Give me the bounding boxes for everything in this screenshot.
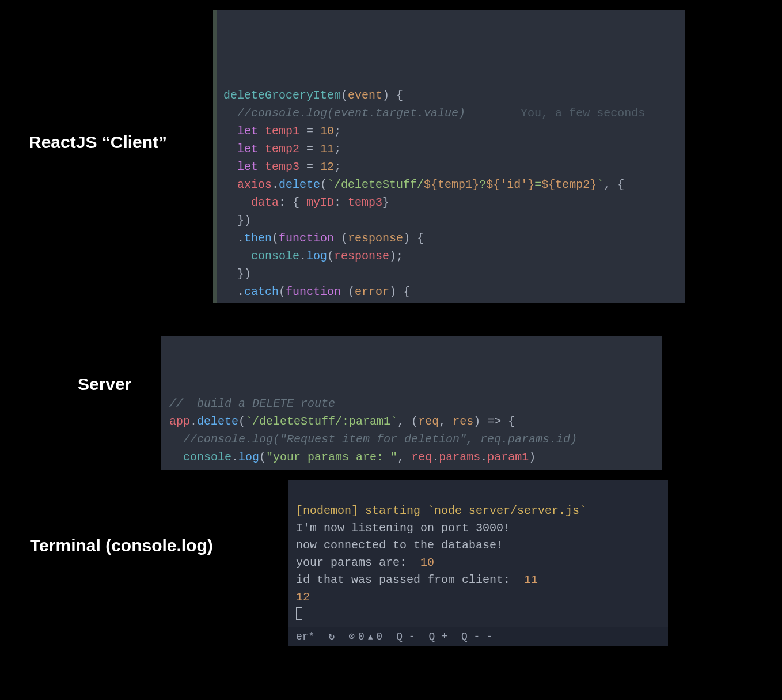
sync-button[interactable] bbox=[328, 629, 335, 645]
terminal-pane[interactable]: [nodemon] starting `node server/server.j… bbox=[288, 480, 668, 646]
branch-indicator[interactable]: er* bbox=[296, 629, 314, 645]
client-code: deleteGroceryItem(event) { //console.log… bbox=[213, 64, 685, 303]
status-q1[interactable]: Q - bbox=[396, 629, 415, 645]
git-gutter bbox=[213, 10, 217, 303]
terminal-line: now connected to the database! bbox=[296, 539, 503, 552]
nodemon-line: [nodemon] starting `node server/server.j… bbox=[296, 504, 586, 517]
terminal-line: id that was passed from client: 11 bbox=[296, 573, 538, 587]
warning-icon bbox=[368, 629, 373, 645]
terminal-cursor bbox=[296, 607, 302, 620]
server-code: // build a DELETE route app.delete(`/del… bbox=[161, 372, 662, 470]
sync-icon bbox=[328, 629, 335, 645]
terminal-line: your params are: 10 bbox=[296, 556, 434, 569]
server-code-pane[interactable]: // build a DELETE route app.delete(`/del… bbox=[161, 336, 662, 470]
status-q2[interactable]: Q + bbox=[429, 629, 447, 645]
problems-indicator[interactable]: 0 0 bbox=[348, 629, 382, 645]
terminal-line: 12 bbox=[296, 591, 310, 604]
status-bar: er* 0 0 Q - Q + Q - - bbox=[288, 627, 668, 646]
server-section-label: Server bbox=[78, 374, 131, 394]
terminal-section-label: Terminal (console.log) bbox=[30, 536, 213, 555]
error-icon bbox=[348, 629, 355, 645]
terminal-line: I'm now listening on port 3000! bbox=[296, 521, 510, 535]
status-q3[interactable]: Q - - bbox=[461, 629, 492, 645]
client-section-label: ReactJS “Client” bbox=[29, 133, 167, 152]
client-code-pane[interactable]: deleteGroceryItem(event) { //console.log… bbox=[213, 10, 685, 303]
